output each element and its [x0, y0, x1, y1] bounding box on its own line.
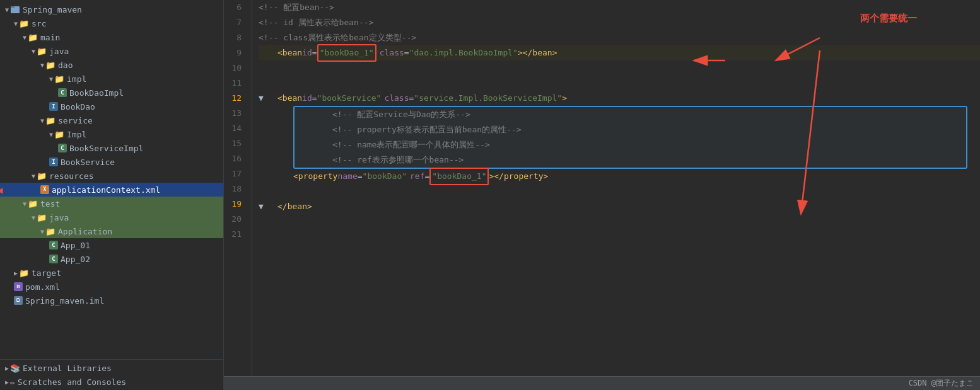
- tree-label-pom: pom.xml: [25, 282, 60, 292]
- tag-close-bean-19: bean: [288, 199, 307, 214]
- tree-label-app01: App_01: [61, 241, 90, 250]
- eq2-12: =: [409, 91, 414, 106]
- val-bookdao1: "bookDao_1": [320, 48, 374, 57]
- tree-label-app02: App_02: [61, 255, 90, 264]
- tree-item-src[interactable]: ▼ 📁 src: [0, 16, 223, 30]
- eq2-9: =: [404, 45, 409, 60]
- tree-label-java: java: [49, 47, 69, 56]
- code-line-17: <property name="bookDao" ref="bookDao_1"…: [259, 169, 980, 184]
- folder-icon-main: 📁: [28, 33, 38, 42]
- folder-icon-java-test: 📁: [37, 213, 47, 222]
- expand-arrow: ▼: [32, 173, 35, 180]
- code-line-14: <!-- property标签表示配置当前bean的属性-->: [295, 122, 966, 137]
- val-class-12: "service.Impl.BookServiceImpl": [414, 91, 562, 106]
- tree-item-impl-dao[interactable]: ▼ 📁 impl: [0, 72, 223, 86]
- code-line-10: [259, 60, 980, 76]
- code-line-21: [259, 229, 980, 244]
- file-icon-pom: m: [14, 282, 23, 291]
- tree-content[interactable]: ▼ Spring_maven ▼ 📁 src ▼ 📁 main ▼ 📁 java: [0, 0, 223, 359]
- code-line-13: <!-- 配置Service与Dao的关系-->: [295, 107, 966, 122]
- tree-item-app02[interactable]: C App_02: [0, 252, 223, 266]
- close-9: ></: [518, 45, 532, 60]
- tree-item-scratches[interactable]: ▶ ✏️ Scratches and Consoles: [0, 375, 223, 389]
- tree-label-test: test: [40, 199, 60, 209]
- tag-bean-12: bean: [283, 91, 302, 106]
- empty-20: [259, 214, 264, 229]
- tree-item-service[interactable]: ▼ 📁 service: [0, 113, 223, 127]
- line-num-13: 13: [224, 106, 247, 121]
- attr-class-12: class: [384, 91, 409, 106]
- attr-name-17: name: [337, 169, 357, 184]
- expand-arrow: ▼: [23, 200, 26, 207]
- file-icon-c3: C: [49, 241, 58, 249]
- expand-arrow: ▼: [49, 76, 53, 83]
- tree-item-java[interactable]: ▼ 📁 java: [0, 44, 223, 58]
- tree-item-impl-service[interactable]: ▼ 📁 Impl: [0, 127, 223, 141]
- tree-item-iml[interactable]: 🗋 Spring_maven.iml: [0, 294, 223, 307]
- expand-arrow: ▼: [40, 117, 44, 124]
- folder-icon-resources: 📁: [37, 171, 47, 181]
- bracket-9: <: [277, 45, 283, 60]
- line-num-9: 9: [224, 45, 247, 60]
- folder-icon-impl-dao: 📁: [54, 74, 64, 84]
- line-num-17: 17: [224, 166, 247, 181]
- tree-item-target[interactable]: ▶ 📁 target: [0, 266, 223, 280]
- tree-item-bookservice[interactable]: I BookService: [0, 155, 223, 169]
- comment-13: <!-- 配置Service与Dao的关系-->: [332, 107, 470, 122]
- close-12: >: [562, 91, 567, 106]
- val-id-12: "bookService": [317, 91, 382, 106]
- tree-label-service: service: [58, 116, 93, 125]
- tree-item-app01[interactable]: C App_01: [0, 238, 223, 252]
- line-num-8: 8: [224, 30, 247, 45]
- comment-6: <!-- 配置bean-->: [259, 0, 334, 15]
- tree-item-main[interactable]: ▼ 📁 main: [0, 30, 223, 44]
- code-content[interactable]: <!-- 配置bean--> <!-- id 属性表示给bean--> <!--…: [252, 0, 980, 376]
- folder-icon-ext-libs: 📚: [10, 364, 20, 373]
- tree-item-bookdaoimpl[interactable]: C BookDaoImpl: [0, 86, 223, 100]
- bracket-17: <: [293, 169, 298, 184]
- empty-10: [259, 60, 264, 76]
- bracket-12: <: [277, 91, 283, 106]
- status-text: CSDN @团子たまこ: [909, 378, 974, 389]
- tree-label-impl-dao: impl: [67, 74, 86, 84]
- attr-id-12: id: [302, 91, 312, 106]
- tree-item-resources[interactable]: ▼ 📁 resources: [0, 169, 223, 183]
- tree-label-bookdao: BookDao: [61, 102, 95, 112]
- line-num-21: 21: [224, 227, 247, 242]
- tree-item-pom[interactable]: m pom.xml: [0, 280, 223, 294]
- val-name-17: "bookDao": [363, 169, 407, 184]
- tree-item-external-libs[interactable]: ▶ 📚 External Libraries: [0, 361, 223, 375]
- tree-label-external-libs: External Libraries: [23, 364, 112, 373]
- expand-arrow: ▶: [14, 270, 18, 277]
- line-num-14: 14: [224, 121, 247, 136]
- tree-item-application[interactable]: ▼ 📁 Application: [0, 224, 223, 238]
- tree-item-spring-maven[interactable]: ▼ Spring_maven: [0, 3, 223, 16]
- tag-property-17: property: [298, 169, 338, 184]
- code-line-20: [259, 214, 980, 229]
- tree-label-src: src: [32, 19, 46, 28]
- tree-item-bookserviceimpl[interactable]: C BookServiceImpl: [0, 141, 223, 155]
- tree-item-applicationcontext[interactable]: ◀ X applicationContext.xml: [0, 183, 223, 197]
- comment-15: <!-- name表示配置哪一个具体的属性-->: [332, 137, 490, 152]
- editor-panel: 6 7 8 9 10 11 12 13 14 15 16 17 18 19 20…: [224, 0, 980, 390]
- tree-item-java-test[interactable]: ▼ 📁 java: [0, 210, 223, 224]
- scratches-icon: ✏️: [10, 377, 15, 387]
- folder-icon-test: 📁: [28, 199, 38, 209]
- tree-item-test[interactable]: ▼ 📁 test: [0, 197, 223, 210]
- attr-ref-17: ref: [410, 169, 424, 184]
- expand-arrow: ▶: [5, 379, 9, 386]
- tree-item-dao[interactable]: ▼ 📁 dao: [0, 58, 223, 72]
- line-num-16: 16: [224, 151, 247, 166]
- svg-rect-1: [11, 6, 15, 8]
- tree-label-java-test: java: [49, 213, 69, 222]
- tree-label-bookservice: BookService: [61, 158, 115, 167]
- expand-arrow: ▼: [40, 228, 44, 235]
- file-icon-xml: X: [40, 185, 49, 194]
- code-line-8: <!-- class属性表示给bean定义类型-->: [259, 30, 980, 45]
- status-bar: CSDN @团子たまこ: [224, 376, 980, 390]
- close-bracket-9: >: [552, 45, 557, 60]
- tree-label-scratches: Scratches and Consoles: [18, 377, 126, 387]
- tree-item-bookdao[interactable]: I BookDao: [0, 100, 223, 113]
- folder-icon-target: 📁: [19, 268, 29, 278]
- folder-icon-application: 📁: [45, 227, 55, 236]
